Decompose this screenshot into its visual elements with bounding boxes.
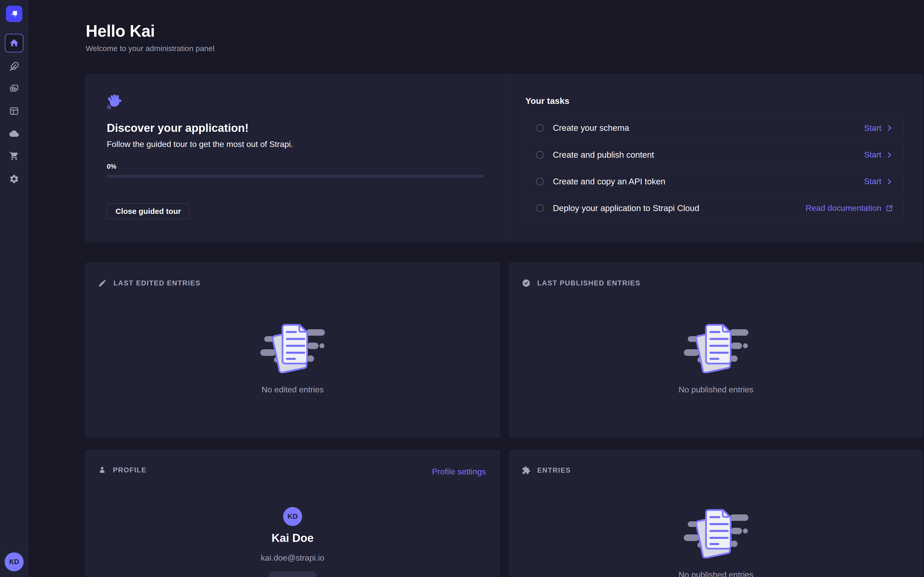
close-guided-tour-button[interactable]: Close guided tour (107, 203, 190, 219)
user-avatar[interactable]: KD (5, 552, 24, 571)
tasks-column: Your tasks Create your schema Start Crea… (505, 74, 922, 242)
strapi-logo[interactable] (6, 6, 22, 22)
sidebar: KD (0, 0, 28, 577)
task-row: Deploy your application to Strapi Cloud … (526, 195, 903, 221)
guided-tour-column: Discover your application! Follow the gu… (86, 74, 505, 242)
home-active-box (5, 34, 23, 52)
feather-icon (9, 61, 19, 71)
task-status-circle-icon (536, 178, 544, 185)
task-status-circle-icon (536, 124, 544, 132)
chevron-right-icon (885, 178, 893, 185)
header-divider (86, 69, 923, 69)
task-row: Create and copy an API token Start (526, 168, 903, 195)
sidebar-item-cloud[interactable] (0, 129, 28, 139)
card-header: ENTRIES (522, 466, 571, 475)
empty-message: No published entries (678, 385, 754, 395)
profile-avatar: KD (283, 507, 302, 526)
task-start-link[interactable]: Start (864, 177, 893, 186)
card-title: ENTRIES (537, 466, 571, 474)
profile-settings-link[interactable]: Profile settings (432, 467, 486, 477)
sidebar-divider (0, 27, 28, 27)
gear-icon (9, 174, 19, 184)
tasks-list: Create your schema Start Create and publ… (525, 114, 904, 222)
page-title: Hello Kai (86, 21, 155, 40)
guided-tour-title: Discover your application! (107, 122, 249, 134)
documents-illustration-icon (684, 509, 748, 558)
last-published-entries-card: LAST PUBLISHED ENTRIES (509, 263, 923, 437)
page-subtitle: Welcome to your administration panel (86, 44, 214, 53)
task-label: Create and copy an API token (553, 177, 665, 187)
documents-illustration-icon (260, 324, 325, 373)
puzzle-icon (522, 466, 530, 475)
guided-tour-subtitle: Follow the guided tour to get the most o… (107, 140, 293, 149)
main-content: Hello Kai Welcome to your administration… (28, 0, 924, 577)
tasks-title: Your tasks (525, 96, 569, 106)
task-row: Create and publish content Start (526, 141, 903, 168)
card-header: LAST EDITED ENTRIES (98, 279, 201, 287)
profile-name: Kai Doe (86, 532, 499, 545)
documents-illustration-icon (684, 324, 748, 373)
home-icon (9, 38, 19, 48)
card-title: LAST EDITED ENTRIES (113, 279, 201, 287)
empty-state: No published entries (509, 509, 922, 577)
sidebar-item-content[interactable] (0, 61, 28, 71)
last-edited-entries-card: LAST EDITED ENTRIES (86, 263, 500, 437)
chevron-right-icon (885, 124, 893, 132)
sidebar-item-marketplace[interactable] (0, 151, 28, 161)
empty-state: No published entries (509, 324, 922, 395)
empty-message: No published entries (678, 570, 754, 577)
waving-hand-icon (106, 93, 122, 109)
task-label: Create your schema (553, 123, 629, 133)
sidebar-item-content-type-builder[interactable] (0, 106, 28, 116)
task-start-link[interactable]: Start (864, 123, 893, 133)
cart-icon (9, 151, 19, 161)
task-label: Deploy your application to Strapi Cloud (553, 203, 699, 213)
images-icon (9, 84, 19, 93)
guided-tour-card: Discover your application! Follow the gu… (86, 74, 923, 242)
task-status-circle-icon (536, 205, 544, 212)
pencil-icon (98, 279, 107, 287)
card-header: PROFILE (98, 466, 147, 474)
sidebar-item-home[interactable] (0, 34, 28, 52)
external-link-icon (885, 205, 893, 212)
card-title: PROFILE (113, 466, 147, 474)
entries-card: ENTRIES (509, 450, 923, 577)
profile-email: kai.doe@strapi.io (86, 553, 499, 562)
strapi-logo-icon (9, 8, 19, 19)
sidebar-item-settings[interactable] (0, 174, 28, 184)
profile-card: PROFILE Profile settings KD Kai Doe kai.… (86, 450, 500, 577)
check-circle-icon (522, 279, 530, 287)
cloud-icon (9, 129, 19, 139)
card-title: LAST PUBLISHED ENTRIES (537, 279, 641, 287)
empty-message: No edited entries (262, 385, 324, 395)
layout-icon (9, 106, 19, 116)
task-start-link[interactable]: Start (864, 150, 893, 160)
progress-label: 0% (107, 163, 116, 171)
empty-state: No edited entries (86, 324, 499, 395)
read-documentation-link[interactable]: Read documentation (806, 203, 893, 213)
chevron-right-icon (885, 151, 893, 159)
person-icon (98, 466, 106, 474)
card-header: LAST PUBLISHED ENTRIES (522, 279, 641, 287)
sidebar-item-media-library[interactable] (0, 84, 28, 94)
task-label: Create and publish content (553, 150, 654, 160)
profile-role-badge (269, 572, 317, 577)
task-row: Create your schema Start (526, 114, 903, 141)
progress-bar (107, 175, 483, 178)
task-status-circle-icon (536, 151, 544, 159)
